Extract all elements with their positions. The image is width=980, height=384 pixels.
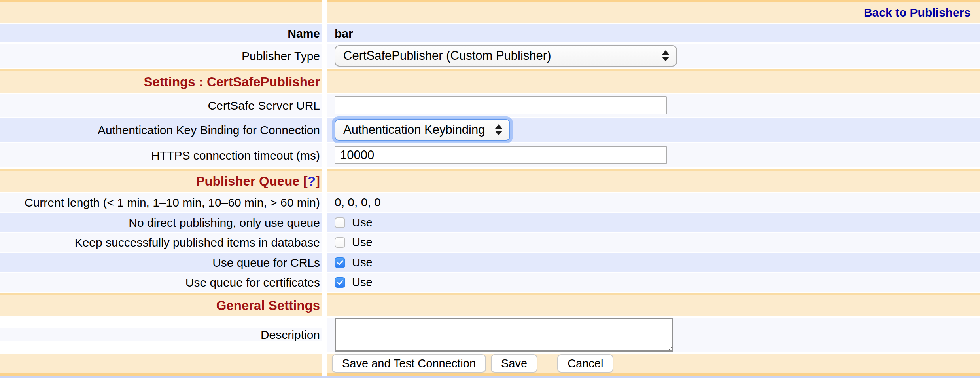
save-and-test-connection-button[interactable]: Save and Test Connection — [332, 354, 486, 373]
certsafe-url-input[interactable] — [335, 96, 667, 114]
settings-section-title: Settings : CertSafePublisher — [144, 74, 320, 89]
name-label: Name — [288, 27, 320, 40]
no-direct-publishing-checkbox[interactable] — [335, 217, 345, 228]
settings-section-header-row: Settings : CertSafePublisher — [0, 69, 980, 93]
https-timeout-label: HTTPS connection timeout (ms) — [151, 149, 320, 162]
publisher-queue-help-link[interactable]: ? — [308, 174, 316, 188]
bottom-blue-line — [0, 376, 980, 378]
certsafe-url-label: CertSafe Server URL — [208, 99, 320, 112]
back-row-left-cell — [0, 2, 322, 23]
back-to-publishers-link[interactable]: Back to Publishers — [864, 6, 971, 19]
no-direct-publishing-row: No direct publishing, only use queue Use — [0, 213, 980, 232]
keep-published-items-checkbox-group[interactable]: Use — [335, 236, 373, 249]
use-queue-for-certificates-checkbox-group[interactable]: Use — [335, 276, 373, 289]
description-label: Description — [261, 328, 320, 341]
publisher-type-label: Publisher Type — [242, 49, 320, 63]
general-settings-header-row: General Settings — [0, 293, 980, 316]
publisher-queue-section-title: Publisher Queue [?] — [196, 174, 320, 189]
use-checkbox-label: Use — [352, 256, 373, 269]
auth-key-binding-label: Authentication Key Binding for Connectio… — [98, 124, 320, 137]
publisher-type-selected-option: CertSafePublisher (Custom Publisher) — [343, 49, 656, 63]
actions-row: Save and Test Connection Save Cancel — [0, 354, 980, 373]
back-row-right-cell: Back to Publishers — [327, 2, 980, 23]
back-link-row: Back to Publishers — [0, 2, 980, 23]
use-queue-for-crls-row: Use queue for CRLs Use — [0, 253, 980, 272]
current-length-value: 0, 0, 0, 0 — [335, 196, 381, 209]
publisher-queue-header-row: Publisher Queue [?] — [0, 169, 980, 192]
select-arrows-icon — [495, 124, 502, 135]
publisher-type-row: Publisher Type CertSafePublisher (Custom… — [0, 44, 980, 68]
use-queue-for-crls-checkbox[interactable] — [335, 257, 345, 268]
auth-key-binding-selected-option: Authentication Keybinding — [343, 123, 490, 137]
no-direct-publishing-label: No direct publishing, only use queue — [129, 216, 320, 229]
name-row: Name bar — [0, 24, 980, 42]
use-queue-for-certificates-label: Use queue for certificates — [185, 276, 320, 289]
use-checkbox-label: Use — [352, 216, 373, 229]
current-length-row: Current length (< 1 min, 1–10 min, 10–60… — [0, 193, 980, 212]
help-bracket-open: [ — [303, 174, 308, 188]
bottom-border-strip — [0, 373, 980, 376]
auth-key-binding-select[interactable]: Authentication Keybinding — [335, 119, 510, 141]
keep-published-items-checkbox[interactable] — [335, 237, 345, 248]
save-button[interactable]: Save — [491, 354, 537, 373]
publisher-type-select[interactable]: CertSafePublisher (Custom Publisher) — [335, 45, 677, 67]
certsafe-url-row: CertSafe Server URL — [0, 94, 980, 117]
use-checkbox-label: Use — [352, 236, 373, 249]
name-value: bar — [335, 27, 353, 40]
auth-key-binding-row: Authentication Key Binding for Connectio… — [0, 118, 980, 142]
general-settings-section-title: General Settings — [216, 298, 320, 313]
no-direct-publishing-checkbox-group[interactable]: Use — [335, 216, 373, 229]
https-timeout-row: HTTPS connection timeout (ms) — [0, 143, 980, 167]
use-queue-for-certificates-row: Use queue for certificates Use — [0, 273, 980, 292]
keep-published-items-row: Keep successfully published items in dat… — [0, 233, 980, 252]
description-row: Description — [0, 317, 980, 352]
help-bracket-close: ] — [316, 174, 320, 188]
check-icon — [336, 259, 344, 266]
description-textarea[interactable] — [335, 318, 673, 352]
current-length-label: Current length (< 1 min, 1–10 min, 10–60… — [25, 196, 320, 209]
use-queue-for-crls-label: Use queue for CRLs — [212, 256, 320, 269]
select-arrows-icon — [662, 50, 669, 61]
use-queue-for-crls-checkbox-group[interactable]: Use — [335, 256, 373, 269]
cancel-button[interactable]: Cancel — [557, 354, 613, 373]
keep-published-items-label: Keep successfully published items in dat… — [75, 236, 320, 249]
https-timeout-input[interactable] — [335, 146, 667, 164]
use-checkbox-label: Use — [352, 276, 373, 289]
use-queue-for-certificates-checkbox[interactable] — [335, 277, 345, 288]
check-icon — [336, 279, 344, 286]
